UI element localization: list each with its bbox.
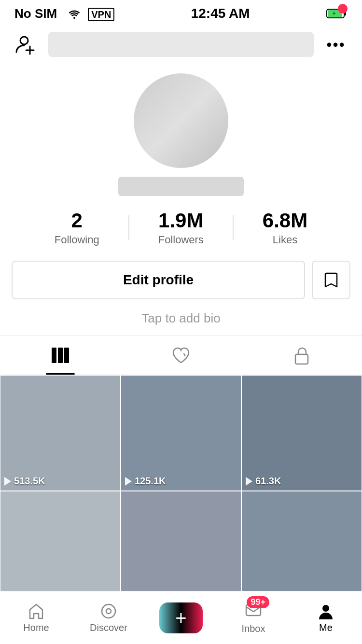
username-display: [118, 177, 244, 196]
inbox-badge: 99+: [247, 596, 269, 608]
likes-count: 6.8M: [263, 210, 307, 232]
profile-header: •••: [0, 25, 362, 64]
svg-point-14: [322, 605, 329, 612]
inbox-wrapper: 99+: [244, 601, 263, 621]
svg-rect-8: [58, 348, 63, 363]
discover-icon: [99, 602, 118, 620]
nav-add[interactable]: +: [157, 602, 205, 633]
following-count: 2: [71, 210, 83, 232]
video-row-1: 513.5K 125.1K 61.3K: [0, 375, 362, 491]
username-bar: [48, 32, 314, 57]
nav-discover[interactable]: Discover: [84, 602, 133, 633]
tabs-row: [0, 336, 362, 375]
video-thumb-3[interactable]: 61.3K: [241, 375, 362, 491]
video-row-2: [0, 491, 362, 597]
video-thumb-1[interactable]: 513.5K: [0, 375, 121, 491]
video-play-info-3: 61.3K: [246, 476, 281, 487]
bio-placeholder: Tap to add bio: [141, 311, 220, 325]
grid-icon: [51, 347, 70, 364]
add-button[interactable]: +: [159, 602, 203, 633]
svg-rect-7: [52, 348, 56, 363]
video-play-info-2: 125.1K: [125, 476, 166, 487]
video-grid: 513.5K 125.1K 61.3K: [0, 375, 362, 597]
discover-label: Discover: [90, 622, 127, 633]
svg-point-11: [102, 604, 115, 618]
bookmark-icon: [323, 271, 339, 289]
tab-private[interactable]: [241, 336, 362, 375]
add-user-button[interactable]: [12, 30, 41, 59]
play-icon-2: [125, 477, 132, 486]
action-buttons: Edit profile: [12, 261, 350, 299]
svg-point-4: [20, 37, 28, 44]
video-thumb-4[interactable]: [0, 491, 121, 597]
likes-stat[interactable]: 6.8M Likes: [234, 210, 336, 246]
home-icon: [27, 602, 45, 620]
nav-me[interactable]: Me: [302, 602, 350, 633]
svg-point-12: [106, 609, 111, 614]
followers-stat[interactable]: 1.9M Followers: [129, 210, 233, 246]
bookmark-button[interactable]: [312, 261, 350, 299]
more-button[interactable]: •••: [321, 30, 350, 59]
play-icon-3: [246, 477, 252, 486]
notification-dot: [338, 4, 348, 14]
svg-rect-10: [295, 354, 308, 364]
inbox-label: Inbox: [242, 623, 265, 634]
video-play-info-1: 513.5K: [4, 476, 45, 487]
svg-rect-9: [64, 348, 69, 363]
time-label: 12:45 AM: [191, 6, 250, 21]
status-bar: No SIM VPN 12:45 AM: [0, 0, 362, 25]
bio-section[interactable]: Tap to add bio: [0, 299, 362, 336]
edit-profile-button[interactable]: Edit profile: [12, 261, 305, 299]
svg-point-0: [73, 17, 75, 19]
carrier-label: No SIM VPN: [14, 6, 114, 21]
stats-row: 2 Following 1.9M Followers 6.8M Likes: [0, 210, 362, 246]
nav-home[interactable]: Home: [12, 602, 60, 633]
nav-inbox[interactable]: 99+ Inbox: [229, 601, 278, 634]
video-thumb-2[interactable]: 125.1K: [121, 375, 241, 491]
avatar-section: [0, 64, 362, 196]
tab-liked[interactable]: [121, 336, 241, 375]
play-icon-1: [4, 477, 11, 486]
me-icon: [317, 602, 335, 620]
tab-videos[interactable]: [0, 336, 121, 375]
followers-count: 1.9M: [158, 210, 203, 232]
lock-icon: [293, 346, 310, 365]
heart-icon: [171, 346, 191, 364]
following-label: Following: [55, 234, 99, 246]
me-label: Me: [319, 622, 333, 633]
avatar: [134, 73, 228, 168]
followers-label: Followers: [158, 234, 204, 246]
home-label: Home: [23, 622, 49, 633]
video-thumb-5[interactable]: [121, 491, 241, 597]
bottom-nav: Home Discover + 99+ Inbox Me: [0, 591, 362, 644]
video-thumb-6[interactable]: [241, 491, 362, 597]
following-stat[interactable]: 2 Following: [26, 210, 128, 246]
likes-label: Likes: [273, 234, 297, 246]
